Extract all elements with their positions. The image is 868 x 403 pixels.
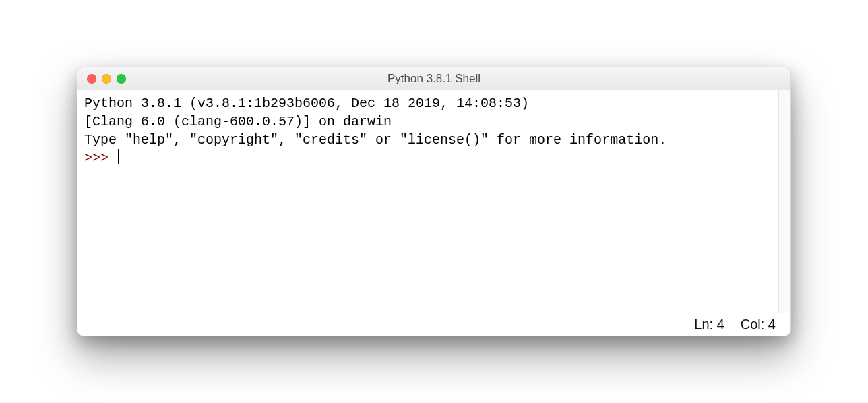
minimize-button[interactable] (102, 74, 111, 84)
close-button[interactable] (87, 74, 96, 84)
banner-line-3: Type "help", "copyright", "credits" or "… (84, 132, 666, 148)
statusbar: Ln: 4 Col: 4 (78, 313, 790, 336)
zoom-button[interactable] (117, 74, 126, 84)
shell-window: Python 3.8.1 Shell Python 3.8.1 (v3.8.1:… (77, 67, 791, 336)
vertical-scrollbar[interactable] (778, 90, 790, 313)
text-cursor (118, 149, 119, 164)
shell-editor[interactable]: Python 3.8.1 (v3.8.1:1b293b6006, Dec 18 … (78, 90, 778, 313)
column-indicator: Col: 4 (741, 317, 776, 332)
content-area: Python 3.8.1 (v3.8.1:1b293b6006, Dec 18 … (78, 90, 790, 313)
prompt: >>> (84, 150, 117, 166)
window-title: Python 3.8.1 Shell (78, 72, 790, 86)
banner-line-2: [Clang 6.0 (clang-600.0.57)] on darwin (84, 114, 392, 129)
line-indicator: Ln: 4 (694, 317, 724, 332)
titlebar[interactable]: Python 3.8.1 Shell (78, 67, 790, 90)
traffic-lights (78, 74, 126, 84)
banner-line-1: Python 3.8.1 (v3.8.1:1b293b6006, Dec 18 … (84, 96, 537, 111)
